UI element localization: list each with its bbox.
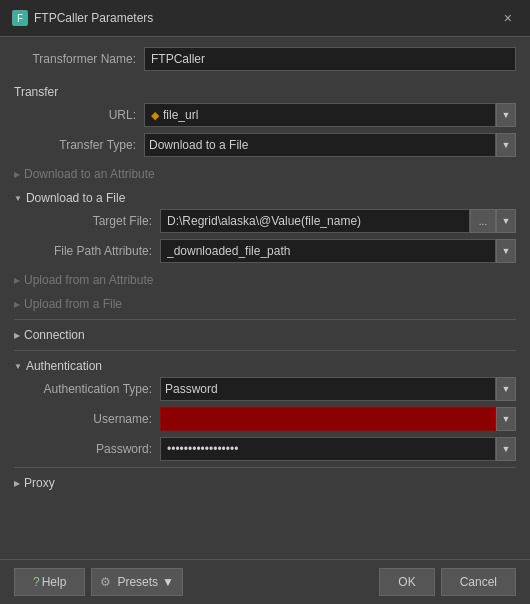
upload-from-attribute-label: Upload from an Attribute — [24, 273, 153, 287]
footer-left: ? Help ⚙ Presets ▼ — [14, 568, 183, 596]
proxy-header[interactable]: ▶ Proxy — [14, 472, 516, 494]
upload-from-file-label: Upload from a File — [24, 297, 122, 311]
transfer-type-select[interactable]: Download to a File Download to an Attrib… — [144, 133, 496, 157]
username-input-wrap — [160, 407, 496, 431]
username-row: Username: ▼ — [30, 407, 516, 431]
target-file-browse-button[interactable]: ... — [470, 209, 496, 233]
authentication-section: ▼ Authentication Authentication Type: Pa… — [14, 355, 516, 461]
upload-from-file-section: ▶ Upload from a File — [14, 293, 516, 315]
transfer-section-header: Transfer — [14, 81, 516, 103]
transformer-name-input[interactable] — [144, 47, 516, 71]
url-label: URL: — [14, 108, 144, 122]
upload-from-attribute-section: ▶ Upload from an Attribute — [14, 269, 516, 291]
file-path-attr-input[interactable] — [160, 239, 496, 263]
cancel-button[interactable]: Cancel — [441, 568, 516, 596]
authentication-content: Authentication Type: Password None Publi… — [14, 377, 516, 461]
download-to-file-content: Target File: ... ▼ File Path Attribute: — [14, 209, 516, 263]
chevron-right-icon: ▶ — [14, 170, 20, 179]
target-file-label: Target File: — [30, 214, 160, 228]
target-file-dropdown-button[interactable]: ▼ — [496, 209, 516, 233]
footer-right: OK Cancel — [379, 568, 516, 596]
transfer-type-select-wrap: Download to a File Download to an Attrib… — [144, 133, 496, 157]
download-to-file-label: Download to a File — [26, 191, 125, 205]
chevron-right-icon4: ▶ — [14, 331, 20, 340]
help-icon: ? — [33, 575, 40, 589]
authentication-header[interactable]: ▼ Authentication — [14, 355, 516, 377]
transfer-type-row: Transfer Type: Download to a File Downlo… — [14, 133, 516, 157]
upload-from-attribute-header[interactable]: ▶ Upload from an Attribute — [14, 269, 516, 291]
chevron-right-icon2: ▶ — [14, 276, 20, 285]
username-dropdown-button[interactable]: ▼ — [496, 407, 516, 431]
target-file-input[interactable] — [160, 209, 470, 233]
connection-header[interactable]: ▶ Connection — [14, 324, 516, 346]
file-path-attr-row: File Path Attribute: ▼ — [30, 239, 516, 263]
url-icon: ◆ — [151, 109, 159, 122]
auth-type-dropdown-button[interactable]: ▼ — [496, 377, 516, 401]
file-path-attr-dropdown-button[interactable]: ▼ — [496, 239, 516, 263]
auth-type-select-wrap: Password None Public Key — [160, 377, 496, 401]
proxy-section: ▶ Proxy — [14, 472, 516, 494]
connection-label: Connection — [24, 328, 85, 342]
download-to-attribute-label: Download to an Attribute — [24, 167, 155, 181]
transfer-section: Transfer URL: ◆ ▼ Transfer Type: Downloa… — [14, 81, 516, 315]
dialog: F FTPCaller Parameters × Transformer Nam… — [0, 0, 530, 604]
divider2 — [14, 350, 516, 351]
window-title: FTPCaller Parameters — [34, 11, 153, 25]
presets-arrow-icon: ▼ — [162, 575, 174, 589]
password-dropdown-button[interactable]: ▼ — [496, 437, 516, 461]
auth-type-select[interactable]: Password None Public Key — [160, 377, 496, 401]
chevron-right-icon3: ▶ — [14, 300, 20, 309]
divider3 — [14, 467, 516, 468]
transformer-name-row: Transformer Name: — [14, 47, 516, 71]
connection-section: ▶ Connection — [14, 324, 516, 346]
title-bar-left: F FTPCaller Parameters — [12, 10, 153, 26]
auth-type-row: Authentication Type: Password None Publi… — [30, 377, 516, 401]
presets-label: Presets — [117, 575, 158, 589]
help-label: Help — [42, 575, 67, 589]
password-input-wrap — [160, 437, 496, 461]
upload-from-file-header[interactable]: ▶ Upload from a File — [14, 293, 516, 315]
download-to-attribute-header[interactable]: ▶ Download to an Attribute — [14, 163, 516, 185]
help-button[interactable]: ? Help — [14, 568, 85, 596]
username-input[interactable] — [160, 407, 496, 431]
divider1 — [14, 319, 516, 320]
target-file-row: Target File: ... ▼ — [30, 209, 516, 233]
content-area: Transformer Name: Transfer URL: ◆ ▼ Tran… — [0, 37, 530, 559]
presets-button[interactable]: ⚙ Presets ▼ — [91, 568, 183, 596]
authentication-label: Authentication — [26, 359, 102, 373]
url-row: URL: ◆ ▼ — [14, 103, 516, 127]
close-button[interactable]: × — [498, 8, 518, 28]
ok-button[interactable]: OK — [379, 568, 434, 596]
chevron-right-icon5: ▶ — [14, 479, 20, 488]
url-input-wrap: ◆ — [144, 103, 496, 127]
app-icon: F — [12, 10, 28, 26]
download-to-file-header[interactable]: ▼ Download to a File — [14, 187, 516, 209]
download-to-attribute-section: ▶ Download to an Attribute — [14, 163, 516, 185]
file-path-attr-label: File Path Attribute: — [30, 244, 160, 258]
transfer-type-dropdown-button[interactable]: ▼ — [496, 133, 516, 157]
username-label: Username: — [30, 412, 160, 426]
password-label: Password: — [30, 442, 160, 456]
title-bar: F FTPCaller Parameters × — [0, 0, 530, 37]
transfer-label: Transfer — [14, 85, 58, 99]
proxy-label: Proxy — [24, 476, 55, 490]
url-input[interactable] — [163, 108, 489, 122]
transfer-type-label: Transfer Type: — [14, 138, 144, 152]
password-input[interactable] — [160, 437, 496, 461]
chevron-down-icon: ▼ — [14, 194, 22, 203]
chevron-down-icon2: ▼ — [14, 362, 22, 371]
gear-icon: ⚙ — [100, 575, 111, 589]
url-dropdown-button[interactable]: ▼ — [496, 103, 516, 127]
download-to-file-section: ▼ Download to a File Target File: ... ▼ — [14, 187, 516, 263]
auth-type-label: Authentication Type: — [30, 382, 160, 396]
footer: ? Help ⚙ Presets ▼ OK Cancel — [0, 559, 530, 604]
transformer-name-label: Transformer Name: — [14, 52, 144, 66]
file-path-attr-input-wrap — [160, 239, 496, 263]
password-row: Password: ▼ — [30, 437, 516, 461]
target-file-input-wrap — [160, 209, 470, 233]
